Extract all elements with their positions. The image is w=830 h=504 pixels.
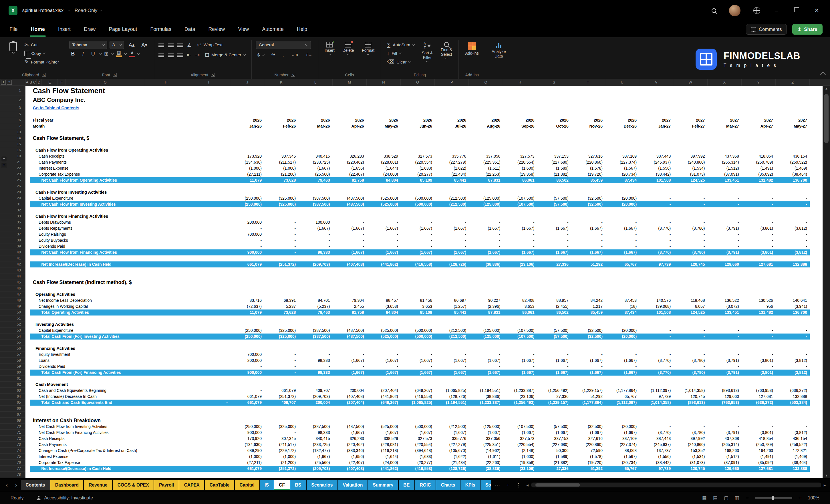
cell[interactable]: (209,703): [298, 466, 332, 471]
cell[interactable]: (207,404): [332, 400, 367, 405]
cell[interactable]: 132,888: [776, 394, 810, 399]
col-header-Q[interactable]: Q: [469, 79, 503, 86]
cell[interactable]: 338,529: [367, 154, 401, 158]
cell[interactable]: -: [435, 364, 469, 369]
cell[interactable]: -: [674, 244, 708, 249]
cell[interactable]: (32,500): [571, 196, 605, 200]
cell[interactable]: (125,000): [469, 424, 503, 429]
row-header-55[interactable]: 55: [0, 340, 26, 346]
row-label-cell[interactable]: Loans: [26, 357, 230, 364]
row-label-cell[interactable]: [26, 340, 230, 346]
cell[interactable]: (525,000): [367, 202, 401, 207]
cell[interactable]: (416,218): [367, 448, 401, 453]
font-family-select[interactable]: Tahoma: [69, 41, 107, 49]
addins-button[interactable]: Add-ins: [463, 41, 481, 57]
cell[interactable]: 88,068: [605, 448, 639, 453]
cell[interactable]: (649,267): [367, 400, 401, 405]
cell[interactable]: 129,660: [708, 466, 742, 471]
cell[interactable]: (3,801): [742, 358, 776, 363]
tab-captable[interactable]: CapTable: [205, 480, 234, 490]
cell[interactable]: (72,637): [230, 304, 264, 309]
row-label-cell[interactable]: Net Cash Flow from Operating Activities: [30, 177, 230, 183]
row-header-14[interactable]: 14: [0, 135, 26, 141]
cell[interactable]: 51,292: [571, 262, 605, 266]
cell[interactable]: (1,667): [298, 226, 332, 230]
row-label-cell[interactable]: [26, 285, 230, 291]
row-header-54[interactable]: 54: [0, 334, 26, 340]
cell[interactable]: -: [571, 364, 605, 369]
cell[interactable]: 86,502: [537, 310, 571, 315]
comma-format-button[interactable]: ,: [281, 51, 285, 59]
cell[interactable]: 130,526: [742, 298, 776, 303]
cell[interactable]: -: [639, 244, 673, 249]
cell[interactable]: -: [605, 232, 639, 237]
cell[interactable]: (233,725): [298, 442, 332, 447]
cell[interactable]: 5,237: [264, 304, 298, 309]
row-label-cell[interactable]: Net (Increase) Decrease In Cash: [26, 393, 230, 400]
cell[interactable]: (1,622): [435, 166, 469, 170]
cell[interactable]: (220,554): [401, 442, 435, 447]
cell[interactable]: -: [639, 232, 673, 237]
cell[interactable]: (250,000): [230, 202, 264, 207]
fill-color-button[interactable]: ▨: [116, 51, 122, 57]
row-header-72[interactable]: 72: [0, 436, 26, 442]
cell[interactable]: 73,628: [264, 178, 298, 183]
row-header-59[interactable]: 59: [0, 364, 26, 370]
cell[interactable]: (1,633): [401, 166, 435, 170]
cell[interactable]: (128,726): [435, 466, 469, 471]
cell[interactable]: 51,292: [571, 466, 605, 471]
cell[interactable]: -: [435, 352, 469, 357]
row-header-49[interactable]: 49: [0, 304, 26, 310]
cell[interactable]: (211,517): [264, 442, 298, 447]
row-label-cell[interactable]: [26, 111, 230, 117]
cell[interactable]: (38,836): [469, 394, 503, 399]
cell[interactable]: (57,500): [537, 334, 571, 339]
cell[interactable]: 136,700: [776, 178, 810, 183]
cell[interactable]: 337,109: [605, 154, 639, 158]
cell[interactable]: -: [401, 352, 435, 357]
outline-level-1-button[interactable]: 1: [1, 80, 6, 85]
tab-cogs-opex[interactable]: COGS & OPEX: [113, 480, 154, 490]
cell[interactable]: (250,000): [230, 196, 264, 200]
row-header-53[interactable]: 53: [0, 327, 26, 334]
cell[interactable]: -: [503, 232, 537, 237]
cell[interactable]: 340,415: [298, 436, 332, 441]
cell[interactable]: (1,656): [332, 166, 367, 170]
cell[interactable]: (893,613): [674, 400, 708, 405]
cell[interactable]: -: [708, 334, 742, 339]
cell[interactable]: (38,442): [639, 172, 673, 177]
col-header-Z[interactable]: Z: [776, 79, 810, 86]
cell[interactable]: (3,653): [367, 304, 401, 309]
cell[interactable]: (487,500): [332, 334, 367, 339]
cell[interactable]: 129,660: [708, 394, 742, 399]
cell[interactable]: -: [639, 238, 673, 243]
share-button[interactable]: ↥ Share: [792, 24, 823, 35]
cell[interactable]: (134,630): [230, 442, 264, 447]
cell[interactable]: (20,000): [605, 196, 639, 200]
cell[interactable]: -: [435, 238, 469, 243]
col-header-V[interactable]: V: [639, 79, 673, 86]
cell[interactable]: (21,200): [264, 460, 298, 465]
tab-charts[interactable]: Charts: [436, 480, 460, 490]
cell[interactable]: (3,812): [776, 358, 810, 363]
cell[interactable]: 83,716: [230, 298, 264, 303]
horizontal-scrollbar-track[interactable]: [531, 482, 821, 487]
cell[interactable]: (14,962): [469, 448, 503, 453]
cell[interactable]: 87,831: [469, 310, 503, 315]
row-label-cell[interactable]: Cash and Cash Equivalents Beginning: [26, 387, 230, 393]
cell[interactable]: 27,336: [537, 262, 571, 266]
cell[interactable]: (107,500): [503, 202, 537, 207]
cell[interactable]: 85,459: [571, 178, 605, 183]
cell[interactable]: 337,109: [605, 436, 639, 441]
cell[interactable]: (1,656): [332, 454, 367, 459]
cell[interactable]: (503,384): [776, 400, 810, 405]
cell[interactable]: (57,500): [537, 424, 571, 429]
row-header-66[interactable]: 66: [0, 406, 26, 412]
cell[interactable]: (487,500): [332, 196, 367, 200]
cell[interactable]: (227,374): [605, 160, 639, 164]
delete-cells-button[interactable]: × Delete: [340, 41, 356, 56]
cell[interactable]: 436,154: [776, 154, 810, 158]
tab-cf[interactable]: CF: [274, 480, 289, 490]
cell[interactable]: (1,667): [332, 250, 367, 255]
decrease-decimal-icon[interactable]: .0→: [304, 51, 314, 59]
